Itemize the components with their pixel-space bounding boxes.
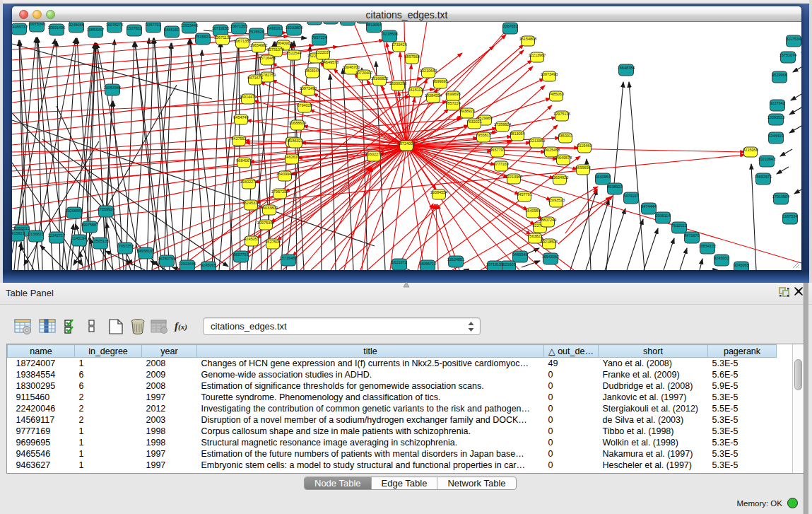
- svg-text:14958107: 14958107: [137, 249, 154, 253]
- svg-text:8813054: 8813054: [510, 132, 524, 136]
- svg-text:7632021: 7632021: [466, 119, 481, 124]
- svg-text:19218506: 19218506: [541, 240, 558, 244]
- svg-text:17010504: 17010504: [772, 194, 789, 199]
- svg-text:18724007: 18724007: [398, 141, 415, 146]
- svg-text:10719155: 10719155: [486, 262, 503, 267]
- svg-text:19218506: 19218506: [381, 32, 398, 36]
- svg-text:17957253: 17957253: [117, 244, 134, 248]
- svg-text:20691406: 20691406: [48, 25, 65, 30]
- svg-text:20053346: 20053346: [104, 86, 121, 90]
- svg-text:1117534: 1117534: [787, 37, 801, 41]
- svg-text:10671355: 10671355: [234, 39, 251, 43]
- svg-text:15692971: 15692971: [755, 175, 772, 179]
- svg-text:6479197: 6479197: [623, 194, 638, 198]
- svg-text:15751074: 15751074: [267, 47, 284, 52]
- svg-text:12923446: 12923446: [181, 23, 198, 28]
- svg-text:17359924: 17359924: [98, 207, 114, 211]
- svg-text:1322037: 1322037: [315, 50, 330, 54]
- svg-text:9227342: 9227342: [770, 101, 784, 105]
- svg-text:12923446: 12923446: [179, 262, 196, 266]
- svg-text:7857224: 7857224: [312, 35, 326, 40]
- svg-text:7485063: 7485063: [548, 92, 563, 96]
- svg-text:39975887: 39975887: [81, 223, 98, 227]
- svg-text:10975346: 10975346: [28, 22, 45, 26]
- svg-text:12505135: 12505135: [92, 239, 109, 243]
- svg-text:1640954: 1640954: [525, 209, 540, 213]
- svg-text:9474444: 9474444: [641, 204, 656, 209]
- svg-text:9245065: 9245065: [201, 263, 216, 267]
- svg-text:9457791: 9457791: [146, 23, 160, 27]
- svg-text:13524851: 13524851: [447, 257, 464, 262]
- svg-text:17957253: 17957253: [271, 189, 288, 194]
- svg-text:7955812: 7955812: [476, 133, 490, 137]
- svg-text:8813054: 8813054: [366, 23, 381, 27]
- svg-text:3350011: 3350011: [558, 134, 572, 138]
- svg-text:16648784: 16648784: [618, 66, 635, 70]
- svg-text:8938923: 8938923: [459, 109, 474, 113]
- svg-text:12342717: 12342717: [48, 233, 65, 238]
- svg-text:32671130: 32671130: [214, 35, 231, 40]
- svg-text:12975115: 12975115: [553, 112, 570, 116]
- svg-text:12213369: 12213369: [528, 139, 545, 143]
- svg-text:20206555: 20206555: [66, 209, 83, 213]
- svg-text:9115460: 9115460: [577, 144, 592, 148]
- svg-text:14649578: 14649578: [555, 156, 572, 160]
- svg-text:7563822: 7563822: [527, 234, 542, 238]
- svg-text:15751074: 15751074: [779, 53, 796, 57]
- svg-text:1462616: 1462616: [284, 155, 299, 159]
- svg-text:14649578: 14649578: [322, 60, 339, 64]
- svg-text:3915921: 3915921: [12, 231, 25, 235]
- svg-text:14055712: 14055712: [419, 262, 436, 266]
- svg-text:12093523: 12093523: [767, 115, 784, 119]
- svg-text:6466162: 6466162: [267, 26, 282, 30]
- svg-text:7515526: 7515526: [249, 30, 264, 34]
- svg-text:10719155: 10719155: [212, 26, 229, 30]
- svg-text:19302273: 19302273: [240, 180, 257, 184]
- svg-text:19384554: 19384554: [430, 190, 447, 194]
- svg-text:19654982: 19654982: [250, 43, 267, 47]
- svg-text:7857224: 7857224: [445, 101, 460, 105]
- svg-text:7632021: 7632021: [671, 223, 686, 228]
- svg-text:9465546: 9465546: [512, 252, 527, 257]
- svg-text:9777169: 9777169: [493, 162, 508, 166]
- svg-text:7515521: 7515521: [195, 35, 210, 39]
- svg-text:10210643: 10210643: [758, 157, 775, 161]
- svg-text:18640910: 18640910: [275, 41, 292, 45]
- svg-text:6794028: 6794028: [297, 103, 312, 107]
- svg-text:6699695: 6699695: [445, 92, 460, 96]
- svg-text:1733426: 1733426: [392, 42, 406, 47]
- svg-text:9245052: 9245052: [714, 256, 729, 260]
- svg-text:10720407: 10720407: [355, 71, 372, 75]
- svg-text:8471676: 8471676: [684, 233, 699, 238]
- svg-text:1615112: 1615112: [408, 88, 423, 92]
- svg-text:8427552: 8427552: [231, 136, 246, 141]
- svg-text:10688609: 10688609: [289, 121, 306, 125]
- svg-text:9245052: 9245052: [244, 237, 259, 241]
- svg-text:10973493: 10973493: [541, 72, 558, 76]
- svg-text:18300295: 18300295: [389, 81, 406, 86]
- svg-text:16782759: 16782759: [158, 257, 175, 261]
- svg-text:f(x): f(x): [175, 320, 187, 332]
- svg-text:8454749: 8454749: [233, 115, 248, 119]
- svg-text:2087682: 2087682: [502, 24, 517, 28]
- svg-text:18807249: 18807249: [539, 218, 556, 222]
- svg-text:19166825: 19166825: [371, 76, 388, 81]
- svg-text:1145194: 1145194: [71, 236, 86, 240]
- svg-text:16409948: 16409948: [276, 172, 293, 176]
- svg-text:10025458: 10025458: [543, 148, 560, 152]
- svg-text:1621072: 1621072: [392, 260, 406, 264]
- svg-text:6699695: 6699695: [575, 165, 590, 170]
- svg-text:16033809: 16033809: [261, 206, 278, 210]
- svg-text:10975346: 10975346: [257, 221, 274, 225]
- svg-text:17359924: 17359924: [494, 122, 511, 127]
- svg-text:8471676: 8471676: [247, 76, 262, 80]
- svg-text:16154808: 16154808: [519, 37, 536, 41]
- svg-text:12213967: 12213967: [529, 53, 546, 57]
- svg-text:15716485: 15716485: [259, 56, 276, 60]
- svg-text:1527602: 1527602: [126, 26, 141, 30]
- svg-text:15716485: 15716485: [280, 256, 297, 260]
- svg-text:9457791: 9457791: [517, 192, 531, 197]
- svg-text:2803144: 2803144: [305, 69, 319, 73]
- svg-text:12093523: 12093523: [548, 198, 565, 202]
- svg-text:8938923: 8938923: [607, 185, 622, 189]
